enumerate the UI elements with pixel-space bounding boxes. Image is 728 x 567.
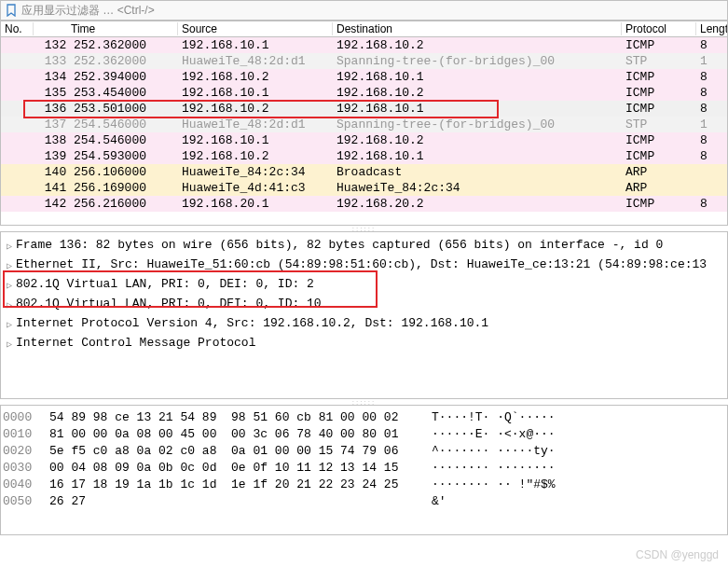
packet-row[interactable]: 141 256.169000HuaweiTe_4d:41:c3HuaweiTe_… [1,180,727,196]
detail-line[interactable]: ▷Internet Protocol Version 4, Src: 192.1… [3,314,725,334]
hex-ascii: &' [432,493,446,510]
packet-list-pane: No. Time Source Destination Protocol Len… [0,21,728,226]
cell-protocol: STP [622,118,696,131]
detail-text: 802.1Q Virtual LAN, PRI: 0, DEI: 0, ID: … [16,275,314,293]
hex-ascii: ······E· ·<·x@··· [432,426,556,443]
cell-protocol: ARP [622,181,696,195]
cell-length: 8 [696,70,728,84]
cell-protocol: ICMP [622,133,696,147]
hex-ascii: ········ ·· !"#$% [432,477,556,493]
hex-offset: 0020 [3,443,49,460]
hex-ascii: ········ ········ [432,460,556,477]
hex-row[interactable]: 005026 27&' [3,493,725,510]
packet-list-header[interactable]: No. Time Source Destination Protocol Len… [1,21,727,37]
cell-source: HuaweiTe_84:2c:34 [178,165,333,179]
hex-offset: 0000 [3,409,49,426]
cell-source: 192.168.10.1 [178,133,333,147]
cell-source: 192.168.10.1 [178,86,333,100]
display-filter-bar[interactable]: 应用显示过滤器 … <Ctrl-/> [0,0,728,21]
cell-length: 8 [696,149,728,163]
expand-icon[interactable]: ▷ [3,314,16,334]
cell-destination: Spanning-tree-(for-bridges)_00 [333,54,622,68]
cell-protocol: ICMP [622,86,696,100]
hex-row[interactable]: 003000 04 08 09 0a 0b 0c 0d 0e 0f 10 11 … [3,460,725,477]
expand-icon[interactable]: ▷ [3,275,16,295]
packet-row[interactable]: 136 253.501000192.168.10.2192.168.10.1IC… [1,101,727,117]
packet-row[interactable]: 138 254.546000192.168.10.1192.168.10.2IC… [1,132,727,148]
cell-destination: 192.168.10.1 [333,70,622,84]
expand-icon[interactable]: ▷ [3,256,16,275]
cell-notime: 139 254.593000 [34,149,178,163]
cell-source: 192.168.10.2 [178,149,333,163]
bookmark-icon [5,4,18,17]
cell-notime: 134 252.394000 [34,70,178,84]
detail-line[interactable]: ▷802.1Q Virtual LAN, PRI: 0, DEI: 0, ID:… [3,275,725,295]
cell-destination: 192.168.10.2 [333,38,622,52]
packet-row[interactable]: 132 252.362000192.168.10.1192.168.10.2IC… [1,37,727,53]
cell-protocol: ARP [622,165,696,179]
cell-notime: 133 252.362000 [34,54,178,68]
packet-row[interactable]: 137 254.546000HuaweiTe_48:2d:d1Spanning-… [1,117,727,132]
cell-destination: 192.168.10.2 [333,86,622,100]
hex-row[interactable]: 004016 17 18 19 1a 1b 1c 1d 1e 1f 20 21 … [3,477,725,493]
hex-row[interactable]: 00205e f5 c0 a8 0a 02 c0 a8 0a 01 00 00 … [3,443,725,460]
cell-destination: Spanning-tree-(for-bridges)_00 [333,118,622,131]
packet-detail-pane: ▷Frame 136: 82 bytes on wire (656 bits),… [0,231,728,399]
cell-protocol: ICMP [622,197,696,211]
cell-destination: 192.168.10.1 [333,149,622,163]
detail-text: Ethernet II, Src: HuaweiTe_51:60:cb (54:… [16,256,707,273]
cell-notime: 142 256.216000 [34,197,178,211]
cell-source: HuaweiTe_48:2d:d1 [178,54,333,68]
hex-offset: 0050 [3,493,49,510]
cell-protocol: ICMP [622,70,696,84]
cell-length: 8 [696,197,728,211]
packet-row[interactable]: 133 252.362000HuaweiTe_48:2d:d1Spanning-… [1,53,727,69]
expand-icon[interactable]: ▷ [3,334,16,353]
detail-line[interactable]: ▷Frame 136: 82 bytes on wire (656 bits),… [3,236,725,256]
expand-icon[interactable]: ▷ [3,236,16,256]
col-length[interactable]: Lengt [696,22,728,35]
col-protocol[interactable]: Protocol [622,22,696,35]
cell-source: 192.168.20.1 [178,197,333,211]
filter-placeholder: 应用显示过滤器 … <Ctrl-/> [21,3,723,19]
cell-destination: 192.168.20.2 [333,197,622,211]
cell-destination: 192.168.10.2 [333,133,622,147]
packet-row[interactable]: 135 253.454000192.168.10.1192.168.10.2IC… [1,85,727,101]
packet-row[interactable]: 140 256.106000HuaweiTe_84:2c:34Broadcast… [1,164,727,180]
cell-notime: 136 253.501000 [34,102,178,116]
hex-offset: 0030 [3,460,49,477]
hex-offset: 0010 [3,426,49,443]
detail-line[interactable]: ▷Ethernet II, Src: HuaweiTe_51:60:cb (54… [3,256,725,275]
cell-notime: 135 253.454000 [34,86,178,100]
cell-destination: HuaweiTe_84:2c:34 [333,181,622,195]
hex-ascii: ^······· ·····ty· [432,443,556,460]
cell-length: 1 [696,118,728,131]
cell-notime: 137 254.546000 [34,118,178,131]
hex-offset: 0040 [3,477,49,493]
detail-text: 802.1Q Virtual LAN, PRI: 0, DEI: 0, ID: … [16,295,322,312]
col-destination[interactable]: Destination [333,22,622,35]
packet-row[interactable]: 139 254.593000192.168.10.2192.168.10.1IC… [1,148,727,164]
cell-source: 192.168.10.2 [178,102,333,116]
cell-destination: Broadcast [333,165,622,179]
cell-source: 192.168.10.2 [178,70,333,84]
hex-bytes: 00 04 08 09 0a 0b 0c 0d 0e 0f 10 11 12 1… [49,460,432,477]
detail-line[interactable]: ▷802.1Q Virtual LAN, PRI: 0, DEI: 0, ID:… [3,295,725,314]
hex-bytes: 81 00 00 0a 08 00 45 00 00 3c 06 78 40 0… [49,426,432,443]
cell-destination: 192.168.10.1 [333,102,622,116]
col-no[interactable]: No. [1,22,34,35]
col-source[interactable]: Source [178,22,333,35]
packet-row[interactable]: 134 252.394000192.168.10.2192.168.10.1IC… [1,69,727,85]
detail-text: Internet Control Message Protocol [16,334,255,352]
cell-source: HuaweiTe_4d:41:c3 [178,181,333,195]
col-time[interactable]: Time [34,22,178,35]
detail-line[interactable]: ▷Internet Control Message Protocol [3,334,725,353]
hex-row[interactable]: 001081 00 00 0a 08 00 45 00 00 3c 06 78 … [3,426,725,443]
cell-length: 8 [696,38,728,52]
expand-icon[interactable]: ▷ [3,295,16,314]
cell-notime: 141 256.169000 [34,181,178,195]
hex-row[interactable]: 000054 89 98 ce 13 21 54 89 98 51 60 cb … [3,409,725,426]
packet-row[interactable]: 142 256.216000192.168.20.1192.168.20.2IC… [1,196,727,212]
hex-ascii: T····!T· ·Q`····· [432,409,556,426]
hex-bytes: 54 89 98 ce 13 21 54 89 98 51 60 cb 81 0… [49,409,432,426]
